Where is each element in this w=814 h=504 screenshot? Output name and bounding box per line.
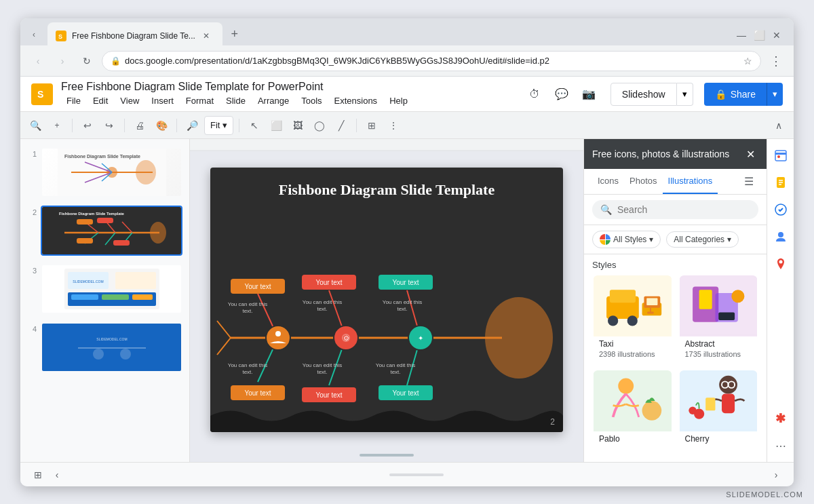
tab-photos[interactable]: Photos bbox=[624, 169, 662, 194]
slide-thumb-1[interactable]: Fishbone Diagram Slide Template bbox=[41, 147, 182, 197]
collapse-area: ∧ bbox=[769, 116, 788, 135]
window-close-button[interactable]: ✕ bbox=[772, 31, 781, 40]
horizontal-scrollbar[interactable] bbox=[389, 473, 444, 476]
svg-rect-35 bbox=[132, 294, 153, 300]
collapse-toolbar-button[interactable]: ∧ bbox=[769, 116, 788, 135]
svg-rect-23 bbox=[77, 219, 93, 225]
reload-button[interactable]: ↻ bbox=[77, 52, 96, 71]
minimize-button[interactable]: — bbox=[737, 31, 746, 40]
more-tools-button[interactable]: ⊞ bbox=[362, 116, 381, 135]
search-box[interactable]: 🔍 bbox=[592, 200, 758, 219]
camera-icon[interactable]: 📷 bbox=[578, 83, 600, 105]
tasks-icon[interactable] bbox=[770, 199, 792, 220]
undo-button[interactable]: ↩ bbox=[78, 116, 97, 135]
slide-item-4[interactable]: 4 SLIDEMODEL.COM bbox=[26, 321, 184, 374]
collapse-panel-button[interactable]: ‹ bbox=[47, 465, 66, 484]
tab-icons[interactable]: Icons bbox=[592, 169, 624, 194]
select-tool[interactable]: ↖ bbox=[245, 116, 264, 135]
tab-list-button[interactable]: ‹ bbox=[27, 28, 41, 41]
all-categories-label: All Categories bbox=[674, 235, 724, 244]
menu-arrange[interactable]: Arrange bbox=[252, 94, 294, 107]
slides-toolbar: 🔍 + ↩ ↪ 🖨 🎨 🔎 Fit ▾ ↖ ⬜ 🖼 ◯ ╱ ⊞ ⋮ ∧ bbox=[20, 112, 794, 139]
slideshow-button[interactable]: Slideshow bbox=[610, 83, 677, 106]
menu-insert[interactable]: Insert bbox=[146, 94, 179, 107]
asterisk-icon[interactable]: ✱ bbox=[770, 408, 792, 429]
contacts-icon[interactable] bbox=[770, 226, 792, 248]
address-input-wrap[interactable]: 🔒 docs.google.com/presentation/d/1aKzgbb… bbox=[102, 51, 761, 71]
image-tool[interactable]: 🖼 bbox=[288, 116, 307, 135]
slide-item-2[interactable]: 2 Fishbone Diagram Slide Template bbox=[26, 204, 184, 257]
maps-icon[interactable] bbox=[770, 253, 792, 275]
slide-item-3[interactable]: 3 SLIDEMODEL.COM bbox=[26, 263, 184, 315]
slide-thumb-3[interactable]: SLIDEMODEL.COM bbox=[41, 264, 182, 314]
slide-item-1[interactable]: 1 Fishbone Diagram Slide Template bbox=[26, 146, 184, 199]
redo-button[interactable]: ↪ bbox=[100, 116, 119, 135]
svg-point-110 bbox=[689, 407, 696, 414]
all-styles-filter[interactable]: All Styles ▾ bbox=[592, 231, 661, 248]
more-apps-icon[interactable]: ⋯ bbox=[770, 435, 792, 457]
maximize-button[interactable]: ⬜ bbox=[754, 31, 764, 40]
line-tool[interactable]: ╱ bbox=[332, 116, 351, 135]
keep-icon[interactable] bbox=[770, 172, 792, 193]
style-card-abstract[interactable]: Abstract 1735 illustrations bbox=[678, 274, 759, 364]
svg-rect-108 bbox=[705, 398, 715, 410]
overflow-button[interactable]: ⋮ bbox=[384, 116, 403, 135]
svg-rect-34 bbox=[102, 294, 129, 300]
svg-text:Your text: Your text bbox=[392, 279, 419, 286]
shapes-tool[interactable]: ◯ bbox=[310, 116, 329, 135]
menu-view[interactable]: View bbox=[115, 94, 144, 107]
svg-point-16 bbox=[150, 222, 166, 244]
panel-scroll-area[interactable]: Styles bbox=[584, 254, 767, 462]
history-icon[interactable]: ⏱ bbox=[524, 83, 545, 105]
zoom-in-button[interactable]: + bbox=[47, 116, 66, 135]
share-dropdown[interactable]: ▾ bbox=[767, 83, 783, 106]
paint-format-button[interactable]: 🎨 bbox=[152, 116, 171, 135]
tab-close-button[interactable]: ✕ bbox=[201, 31, 212, 41]
svg-text:Fishbone Diagram Slide Templat: Fishbone Diagram Slide Template bbox=[59, 212, 125, 216]
google-calendar-icon[interactable] bbox=[770, 144, 792, 166]
tab-bar: ‹ S Free Fishbone Diagram Slide Te... ✕ … bbox=[20, 18, 794, 45]
active-tab[interactable]: S Free Fishbone Diagram Slide Te... ✕ bbox=[47, 22, 222, 45]
print-button[interactable]: 🖨 bbox=[130, 116, 149, 135]
menu-edit[interactable]: Edit bbox=[88, 94, 113, 107]
bookmark-icon[interactable]: ☆ bbox=[743, 56, 752, 66]
svg-text:You can edit this: You can edit this bbox=[228, 301, 267, 307]
forward-button[interactable]: › bbox=[53, 52, 72, 71]
tab-illustrations[interactable]: Illustrations bbox=[663, 169, 718, 194]
menu-slide[interactable]: Slide bbox=[220, 94, 251, 107]
slide-thumb-2[interactable]: Fishbone Diagram Slide Template bbox=[41, 206, 182, 256]
share-button[interactable]: 🔒 Share bbox=[704, 83, 767, 106]
tab-left-buttons: ‹ bbox=[27, 28, 41, 45]
zoom-level-button[interactable]: Fit ▾ bbox=[204, 116, 233, 135]
app-title-area: Free Fishbone Diagram Slide Template for… bbox=[61, 81, 413, 107]
search-input[interactable] bbox=[617, 204, 750, 215]
browser-menu-button[interactable]: ⋮ bbox=[767, 52, 786, 71]
menu-extensions[interactable]: Extensions bbox=[329, 94, 383, 107]
slide-number-4: 4 bbox=[27, 322, 37, 333]
style-card-cherry[interactable]: Cherry bbox=[678, 369, 759, 450]
menu-format[interactable]: Format bbox=[180, 94, 219, 107]
zoom-out-button[interactable]: 🔍 bbox=[26, 116, 45, 135]
canvas-scroll[interactable]: Fishbone Diagram Slide Template bbox=[190, 151, 583, 448]
style-card-pablo[interactable]: Pablo bbox=[592, 369, 673, 450]
text-box-tool[interactable]: ⬜ bbox=[267, 116, 286, 135]
grid-view-button[interactable]: ⊞ bbox=[28, 465, 47, 484]
panel-close-button[interactable]: ✕ bbox=[742, 146, 758, 162]
address-bar: ‹ › ↻ 🔒 docs.google.com/presentation/d/1… bbox=[20, 45, 794, 77]
zoom-fit-button[interactable]: 🔎 bbox=[182, 116, 201, 135]
comment-icon[interactable]: 💬 bbox=[551, 83, 573, 105]
slide-thumb-4[interactable]: SLIDEMODEL.COM bbox=[41, 322, 182, 372]
new-tab-button[interactable]: + bbox=[225, 26, 244, 45]
style-thumb-abstract bbox=[680, 275, 758, 336]
menu-help[interactable]: Help bbox=[384, 94, 413, 107]
expand-panel-button[interactable]: › bbox=[767, 465, 786, 484]
style-thumb-cherry bbox=[680, 370, 758, 431]
slideshow-button-group: Slideshow ▾ bbox=[610, 83, 693, 106]
menu-file[interactable]: File bbox=[61, 94, 86, 107]
all-categories-filter[interactable]: All Categories ▾ bbox=[666, 231, 739, 248]
menu-tools[interactable]: Tools bbox=[296, 94, 327, 107]
back-button[interactable]: ‹ bbox=[28, 52, 47, 71]
style-card-taxi[interactable]: Taxi 2398 illustrations bbox=[592, 274, 673, 364]
slideshow-dropdown[interactable]: ▾ bbox=[677, 83, 693, 106]
panel-tab-menu-button[interactable]: ☰ bbox=[739, 172, 758, 191]
